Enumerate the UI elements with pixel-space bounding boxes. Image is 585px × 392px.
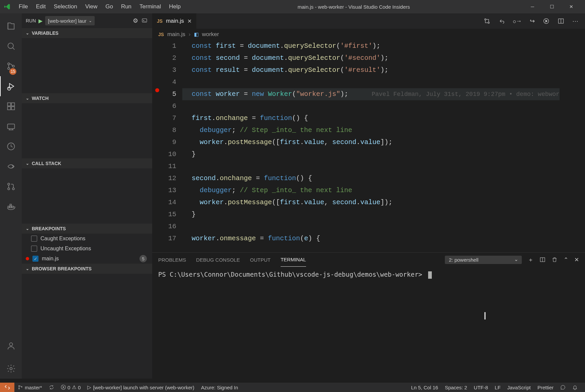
activity-liveshare[interactable] bbox=[0, 156, 22, 176]
code-line[interactable]: 6 bbox=[152, 100, 585, 112]
remote-indicator[interactable] bbox=[0, 383, 14, 392]
activity-remote[interactable] bbox=[0, 116, 22, 136]
split-editor-icon[interactable] bbox=[558, 18, 564, 24]
code-line[interactable]: 17worker.onmessage = function(e) { bbox=[152, 233, 585, 245]
code-content[interactable]: const worker = new Worker("worker.js");P… bbox=[182, 88, 560, 100]
code-line[interactable]: 11 bbox=[152, 160, 585, 172]
breadcrumbs[interactable]: JS main.js › ◧ worker bbox=[152, 29, 585, 40]
status-branch[interactable]: master* bbox=[14, 383, 45, 392]
section-breakpoints-header[interactable]: ⌄ BREAKPOINTS bbox=[22, 224, 152, 234]
code-line[interactable]: 15} bbox=[152, 209, 585, 221]
bp-caught-exceptions[interactable]: Caught Exceptions bbox=[22, 234, 152, 244]
code-editor[interactable]: 1const first = document.querySelector('#… bbox=[152, 40, 585, 252]
activity-settings[interactable] bbox=[0, 359, 22, 379]
section-variables-header[interactable]: ⌄ VARIABLES bbox=[22, 28, 152, 38]
activity-docker[interactable] bbox=[0, 197, 22, 217]
checkbox-unchecked-icon[interactable] bbox=[31, 236, 37, 242]
debug-console-icon[interactable] bbox=[141, 18, 148, 24]
tab-mainjs[interactable]: JS main.js ✕ bbox=[152, 13, 196, 29]
split-terminal-icon[interactable] bbox=[540, 257, 546, 263]
terminal-select-dropdown[interactable]: 2: powershell bbox=[445, 256, 522, 264]
code-content[interactable]: const result = document.querySelector('#… bbox=[182, 64, 388, 76]
activity-scm[interactable]: 15 bbox=[0, 56, 22, 76]
code-content[interactable]: } bbox=[182, 209, 196, 221]
code-content[interactable]: debugger; // Step _into_ the next line bbox=[182, 124, 352, 136]
status-eol[interactable]: LF bbox=[491, 385, 504, 390]
step-over-icon[interactable]: → bbox=[513, 18, 522, 25]
code-content[interactable]: second.onchange = function() { bbox=[182, 172, 312, 184]
code-line[interactable]: 12second.onchange = function() { bbox=[152, 172, 585, 184]
panel-tab-debug-console[interactable]: DEBUG CONSOLE bbox=[196, 253, 240, 267]
code-content[interactable] bbox=[182, 76, 192, 88]
breakpoint-dot-icon[interactable] bbox=[155, 88, 159, 92]
section-browser-breakpoints-header[interactable]: ⌄ BROWSER BREAKPOINTS bbox=[22, 264, 152, 274]
code-line[interactable]: 1const first = document.querySelector('#… bbox=[152, 40, 585, 52]
status-sync[interactable] bbox=[45, 383, 58, 392]
status-prettier[interactable]: Prettier bbox=[534, 385, 557, 390]
status-notifications-icon[interactable] bbox=[569, 385, 581, 390]
menu-terminal[interactable]: Terminal bbox=[135, 0, 165, 13]
new-terminal-icon[interactable]: ＋ bbox=[528, 256, 533, 264]
code-line[interactable]: 7first.onchange = function() { bbox=[152, 112, 585, 124]
status-debug-target[interactable]: ▷ [web-worker] launch with server (web-w… bbox=[84, 383, 198, 392]
panel-tab-output[interactable]: OUTPUT bbox=[250, 253, 271, 267]
code-content[interactable] bbox=[182, 221, 192, 233]
code-line[interactable]: 13 debugger; // Step _into_ the next lin… bbox=[152, 184, 585, 197]
code-content[interactable] bbox=[182, 160, 192, 172]
menu-go[interactable]: Go bbox=[101, 0, 117, 13]
close-tab-icon[interactable]: ✕ bbox=[187, 18, 192, 24]
code-content[interactable] bbox=[182, 100, 192, 112]
menu-help[interactable]: Help bbox=[165, 0, 185, 13]
code-line[interactable]: 16 bbox=[152, 221, 585, 233]
close-panel-icon[interactable]: ✕ bbox=[574, 256, 579, 263]
status-encoding[interactable]: UTF-8 bbox=[471, 385, 492, 390]
compare-changes-icon[interactable] bbox=[484, 18, 490, 24]
code-content[interactable]: } bbox=[182, 148, 196, 160]
bp-uncaught-exceptions[interactable]: Uncaught Exceptions bbox=[22, 244, 152, 254]
activity-search[interactable] bbox=[0, 36, 22, 56]
activity-accounts[interactable] bbox=[0, 336, 22, 356]
status-azure[interactable]: Azure: Signed In bbox=[198, 383, 241, 392]
maximize-panel-icon[interactable]: ⌃ bbox=[564, 256, 568, 263]
code-content[interactable]: worker.postMessage([first.value, second.… bbox=[182, 197, 392, 209]
code-line[interactable]: 4 bbox=[152, 76, 585, 88]
code-line[interactable]: 2const second = document.querySelector('… bbox=[152, 52, 585, 64]
status-indentation[interactable]: Spaces: 2 bbox=[442, 385, 471, 390]
code-line[interactable]: 10} bbox=[152, 148, 585, 160]
maximize-button[interactable]: ☐ bbox=[542, 0, 562, 13]
activity-pull-requests[interactable] bbox=[0, 176, 22, 197]
status-language[interactable]: JavaScript bbox=[504, 385, 534, 390]
code-content[interactable]: worker.onmessage = function(e) { bbox=[182, 233, 320, 245]
terminal-body[interactable]: PS C:\Users\Connor\Documents\Github\vsco… bbox=[152, 267, 585, 379]
section-watch-header[interactable]: ⌄ WATCH bbox=[22, 93, 152, 103]
code-line[interactable]: 8 debugger; // Step _into_ the next line bbox=[152, 124, 585, 136]
panel-tab-problems[interactable]: PROBLEMS bbox=[158, 253, 186, 267]
step-into-icon[interactable]: ↪ bbox=[530, 17, 535, 25]
code-content[interactable]: const first = document.querySelector('#f… bbox=[182, 40, 380, 52]
code-line[interactable]: 9 worker.postMessage([first.value, secon… bbox=[152, 136, 585, 148]
run-icon[interactable] bbox=[543, 18, 550, 24]
checkbox-checked-icon[interactable]: ✓ bbox=[32, 256, 38, 262]
code-line[interactable]: 3const result = document.querySelector('… bbox=[152, 64, 585, 76]
more-actions-icon[interactable]: ⋯ bbox=[572, 17, 578, 25]
gear-icon[interactable]: ⚙ bbox=[132, 17, 139, 24]
activity-run-debug[interactable] bbox=[0, 76, 22, 96]
menu-edit[interactable]: Edit bbox=[32, 0, 50, 13]
start-debug-button[interactable]: ▶ bbox=[38, 18, 42, 24]
activity-explorer[interactable] bbox=[0, 16, 22, 36]
minimize-button[interactable]: ─ bbox=[523, 0, 542, 13]
status-feedback-icon[interactable] bbox=[557, 385, 569, 390]
panel-tab-terminal[interactable]: TERMINAL bbox=[281, 253, 306, 267]
code-content[interactable]: worker.postMessage([first.value, second.… bbox=[182, 136, 392, 148]
code-line[interactable]: 14 worker.postMessage([first.value, seco… bbox=[152, 197, 585, 209]
step-back-icon[interactable] bbox=[498, 18, 505, 24]
menu-file[interactable]: File bbox=[15, 0, 32, 13]
close-button[interactable]: ✕ bbox=[562, 0, 581, 13]
code-content[interactable]: const second = document.querySelector('#… bbox=[182, 52, 388, 64]
bp-file-mainjs[interactable]: ✓ main.js 5 bbox=[22, 254, 152, 264]
activity-extensions[interactable] bbox=[0, 96, 22, 116]
code-content[interactable]: debugger; // Step _into_ the next line bbox=[182, 184, 352, 197]
checkbox-unchecked-icon[interactable] bbox=[31, 246, 37, 252]
menu-selection[interactable]: Selection bbox=[50, 0, 81, 13]
kill-terminal-icon[interactable] bbox=[552, 257, 558, 263]
